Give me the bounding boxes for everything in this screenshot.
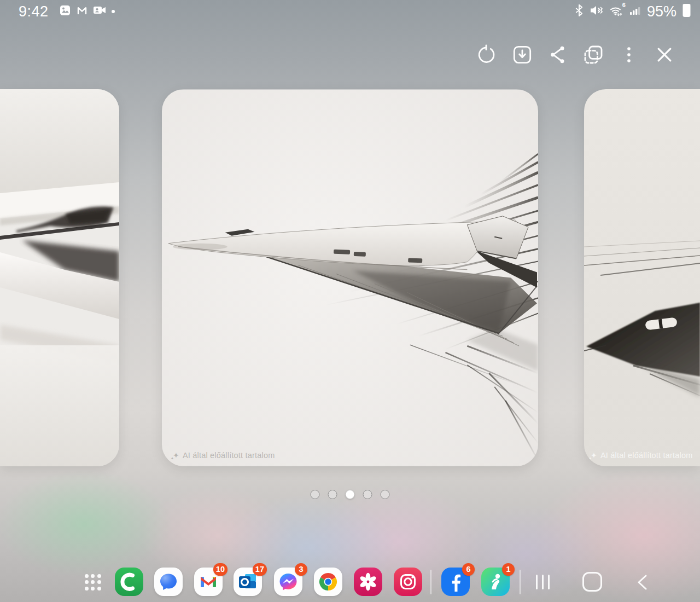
ai-watermark-label: AI által előállított tartalom (183, 451, 275, 460)
share-button[interactable] (545, 43, 571, 69)
gmail-notification-icon (76, 4, 88, 19)
chrome-icon (314, 568, 342, 596)
gallery-flower-icon (354, 568, 382, 596)
battery-percent-label: 95% (647, 3, 676, 20)
clock: 9:42 (19, 3, 49, 20)
page-dot-5[interactable] (381, 490, 390, 499)
wifi-standard-label: 6 (622, 2, 626, 8)
action-toolbar (474, 43, 678, 69)
phone-icon (115, 568, 143, 596)
notification-badge: 1 (502, 563, 515, 576)
gallery-notification-icon (59, 4, 71, 19)
more-notifications-dot (112, 10, 115, 13)
dock-app-gallery[interactable] (354, 568, 382, 596)
copy-icon (582, 44, 604, 68)
notification-badge: 17 (253, 563, 267, 576)
wifi-icon: 6 (609, 4, 624, 19)
sketch-image-previous (0, 89, 119, 466)
page-indicator (311, 490, 390, 499)
dock-app-samsung-health[interactable]: 1 (481, 568, 510, 596)
jet-sketch-image (162, 89, 538, 466)
dock-app-facebook[interactable]: 6 (441, 568, 470, 596)
notification-badge: 10 (213, 563, 228, 576)
mute-vibrate-icon (590, 4, 604, 19)
ai-watermark: AI által előállított tartalom (173, 451, 275, 460)
share-icon (547, 44, 569, 68)
dock-app-gmail[interactable]: 10 (194, 568, 223, 596)
screen: 9:42 6 (0, 0, 700, 602)
bluetooth-icon (574, 4, 584, 19)
carousel-slide-next[interactable]: AI által előállított tartalom (584, 89, 700, 466)
nav-back-button[interactable] (635, 574, 649, 593)
ai-sparkle-icon (173, 451, 179, 460)
battery-icon (682, 3, 691, 20)
more-options-button[interactable] (616, 43, 642, 69)
dock-app-chrome[interactable] (314, 568, 342, 596)
close-button[interactable] (651, 43, 678, 69)
close-icon (654, 44, 675, 68)
copy-to-clipboard-button[interactable] (580, 43, 606, 69)
instagram-icon (394, 568, 422, 596)
notification-badge: 3 (295, 563, 307, 576)
dock-app-messenger[interactable]: 3 (274, 568, 302, 596)
ai-watermark: AI által előállított tartalom (591, 451, 693, 460)
nav-home-button[interactable] (582, 572, 602, 592)
app-drawer-button[interactable] (85, 574, 101, 591)
dock-app-messages[interactable] (154, 568, 183, 596)
messages-icon (154, 568, 183, 596)
page-dot-2[interactable] (328, 490, 337, 499)
dock-app-instagram[interactable] (394, 568, 422, 596)
dock-divider (520, 570, 521, 594)
ai-watermark-label: AI által előállított tartalom (600, 451, 693, 460)
dock-divider (430, 570, 431, 594)
sketch-image-next (584, 89, 700, 466)
status-bar: 9:42 6 (0, 0, 700, 23)
signal-strength-icon (629, 4, 641, 19)
nav-recents-button[interactable] (536, 575, 550, 589)
page-dot-3[interactable] (346, 490, 355, 499)
notification-badge: 6 (462, 563, 475, 576)
regenerate-button[interactable] (474, 43, 500, 69)
page-dot-4[interactable] (363, 490, 372, 499)
carousel-slide-current[interactable]: AI által előállított tartalom (162, 89, 538, 466)
dock-app-outlook[interactable]: 17 (234, 568, 262, 596)
dock-app-phone[interactable] (115, 568, 143, 596)
download-button[interactable] (509, 43, 535, 69)
ai-sparkle-icon (591, 451, 597, 460)
video-message-notification-icon (93, 5, 107, 18)
carousel-slide-previous[interactable] (0, 89, 119, 466)
kebab-menu-icon (618, 44, 640, 68)
page-dot-1[interactable] (311, 490, 320, 499)
download-icon (511, 44, 533, 68)
refresh-icon (476, 44, 498, 68)
